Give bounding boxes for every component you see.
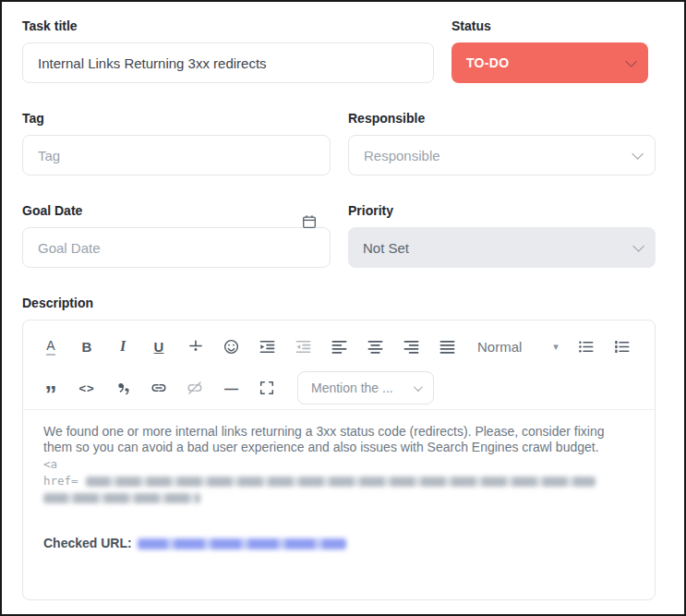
tag-label: Tag: [22, 109, 331, 127]
unlink-icon: [186, 379, 204, 397]
code-line-href: href=: [43, 473, 634, 489]
blockquote-button[interactable]: ”: [40, 376, 62, 400]
align-left-icon: [331, 338, 348, 356]
tag-group: Tag: [22, 109, 331, 175]
redacted-url-blur: [43, 493, 200, 503]
editor-toolbar-row1: A B I U: [23, 320, 655, 367]
responsible-placeholder: Responsible: [364, 148, 440, 163]
strikethrough-button[interactable]: [184, 334, 206, 358]
priority-value: Not Set: [363, 240, 409, 256]
strikethrough-icon: [187, 338, 204, 356]
indent-icon: [259, 338, 276, 356]
description-code-block: <a href=: [43, 456, 634, 506]
row-tag-responsible: Tag Responsible Responsible: [22, 109, 684, 175]
status-group: Status TO-DO: [451, 17, 648, 83]
task-form: Task title Status TO-DO Tag Responsible …: [2, 2, 684, 600]
row-title-status: Task title Status TO-DO: [22, 17, 684, 83]
status-select[interactable]: TO-DO: [451, 42, 648, 83]
task-title-label: Task title: [22, 17, 434, 35]
align-left-button[interactable]: [328, 334, 350, 358]
unordered-list-icon: [577, 338, 595, 356]
chevron-down-icon: [632, 240, 644, 252]
underline-icon: U: [154, 339, 164, 355]
emoji-icon: [223, 338, 240, 356]
tag-input[interactable]: [22, 135, 331, 175]
chevron-down-icon: [414, 382, 423, 392]
chevron-down-icon: [632, 148, 644, 160]
priority-label: Priority: [348, 201, 656, 220]
description-label: Description: [22, 294, 656, 312]
goal-date-input[interactable]: [22, 227, 331, 268]
chevron-down-icon: [625, 55, 637, 67]
horizontal-rule-button[interactable]: —: [220, 376, 242, 400]
align-justify-icon: [439, 338, 456, 356]
description-paragraph: We found one or more internal links retu…: [43, 424, 634, 455]
code-line-end: [43, 489, 634, 506]
blockquote-icon: ”: [45, 392, 57, 397]
checked-url-link[interactable]: [132, 536, 346, 550]
editor-content-area[interactable]: We found one or more internal links retu…: [23, 410, 655, 599]
indent-button[interactable]: [256, 334, 278, 358]
outdent-button[interactable]: [292, 334, 314, 358]
task-title-group: Task title: [22, 17, 434, 83]
ordered-list-icon: [613, 338, 631, 356]
ordered-list-button[interactable]: [611, 334, 633, 358]
checked-url-line: Checked URL:: [43, 536, 634, 550]
align-center-icon: [367, 338, 384, 356]
status-value: TO-DO: [466, 55, 509, 70]
goal-date-group: Goal Date: [22, 201, 331, 268]
link-button[interactable]: [148, 376, 170, 400]
responsible-select[interactable]: Responsible: [348, 135, 656, 175]
description-group: Description A B I U: [22, 294, 656, 600]
code-line-open: <a: [43, 456, 634, 473]
emoji-button[interactable]: [220, 334, 242, 358]
special-characters-icon: [114, 380, 132, 397]
responsible-group: Responsible Responsible: [348, 109, 656, 175]
fullscreen-button[interactable]: [256, 376, 278, 400]
bold-icon: B: [82, 339, 92, 355]
redacted-url-blur: [86, 477, 596, 487]
editor-toolbar-row2: ” <>: [23, 367, 655, 409]
priority-group: Priority Not Set: [348, 201, 656, 268]
outdent-icon: [295, 338, 312, 356]
paragraph-format-value: Normal: [477, 339, 522, 355]
calendar-icon[interactable]: [301, 213, 318, 230]
align-right-button[interactable]: [400, 334, 422, 358]
redacted-link-blur: [138, 538, 346, 550]
goal-date-label: Goal Date: [22, 201, 331, 220]
unordered-list-button[interactable]: [575, 334, 597, 358]
link-icon: [150, 379, 168, 397]
checked-url-label: Checked URL:: [43, 536, 132, 550]
mention-label: Mention the ...: [311, 380, 393, 395]
responsible-label: Responsible: [348, 109, 656, 127]
caret-down-icon: ▾: [553, 341, 559, 353]
unlink-button[interactable]: [184, 376, 206, 400]
status-label: Status: [451, 17, 648, 35]
bold-button[interactable]: B: [76, 334, 98, 358]
task-title-input[interactable]: [22, 42, 434, 83]
mention-dropdown[interactable]: Mention the ...: [297, 371, 434, 405]
paragraph-format-dropdown[interactable]: Normal ▾: [477, 339, 559, 355]
special-characters-button[interactable]: [112, 376, 134, 400]
align-center-button[interactable]: [364, 334, 386, 358]
description-editor: A B I U: [22, 320, 656, 600]
align-justify-button[interactable]: [436, 334, 458, 358]
row-date-priority: Goal Date Priority Not Set: [22, 201, 684, 268]
priority-select[interactable]: Not Set: [348, 227, 656, 268]
underline-button[interactable]: U: [148, 334, 170, 358]
italic-icon: I: [120, 338, 126, 355]
code-href-prefix: href=: [43, 474, 78, 488]
fullscreen-icon: [259, 380, 275, 396]
code-button[interactable]: <>: [76, 376, 98, 400]
font-color-button[interactable]: A: [40, 334, 62, 358]
font-color-icon: A: [46, 338, 54, 356]
align-right-icon: [403, 338, 420, 356]
code-icon: <>: [78, 381, 94, 395]
horizontal-rule-icon: —: [224, 380, 237, 396]
italic-button[interactable]: I: [112, 334, 134, 358]
